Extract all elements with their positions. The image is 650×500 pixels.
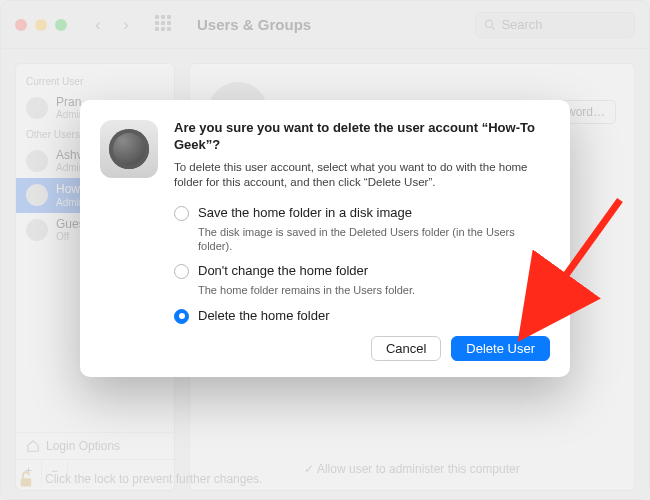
gear-icon: [109, 129, 149, 169]
dialog-subtitle: To delete this user account, select what…: [174, 160, 550, 191]
delete-user-button[interactable]: Delete User: [451, 336, 550, 361]
option-delete-folder[interactable]: Delete the home folder: [174, 308, 550, 324]
dialog-title: Are you sure you want to delete the user…: [174, 120, 550, 154]
option-dont-change[interactable]: Don't change the home folder: [174, 263, 550, 279]
option-save-disk-image[interactable]: Save the home folder in a disk image: [174, 205, 550, 221]
system-preferences-icon: [100, 120, 158, 178]
radio-button[interactable]: [174, 206, 189, 221]
option-label: Save the home folder in a disk image: [198, 205, 412, 220]
radio-button-checked[interactable]: [174, 309, 189, 324]
radio-button[interactable]: [174, 264, 189, 279]
delete-user-dialog: Are you sure you want to delete the user…: [80, 100, 570, 377]
option-desc: The disk image is saved in the Deleted U…: [198, 225, 550, 254]
option-desc: The home folder remains in the Users fol…: [198, 283, 550, 297]
cancel-button[interactable]: Cancel: [371, 336, 441, 361]
option-label: Delete the home folder: [198, 308, 330, 323]
option-label: Don't change the home folder: [198, 263, 368, 278]
